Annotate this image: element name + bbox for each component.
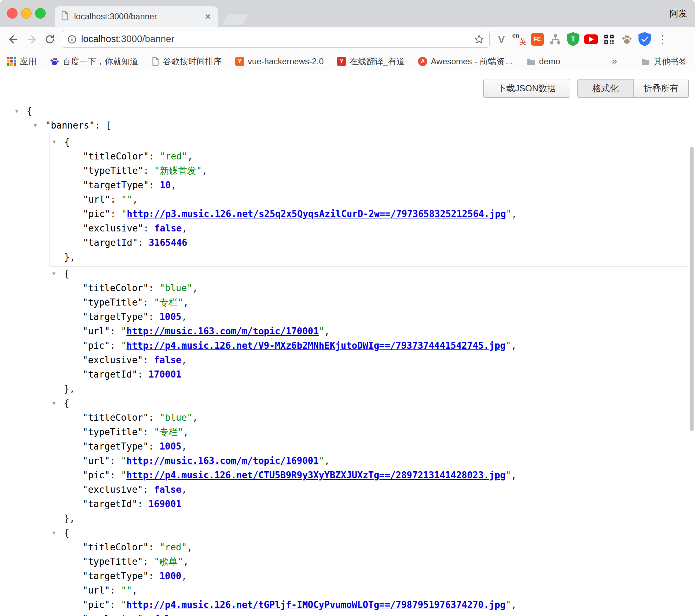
scrollbar-thumb[interactable]	[690, 147, 694, 431]
json-link-value[interactable]: http://p4.music.126.net/V9-MXz6b2MNhEKju…	[126, 340, 505, 351]
extension-orgchart-button[interactable]	[546, 30, 564, 48]
json-punctuation: :	[143, 165, 154, 176]
bookmark-apps[interactable]: 应用	[7, 56, 37, 67]
json-number-value: 1005	[159, 312, 181, 322]
json-punctuation: ,	[324, 326, 330, 336]
folder-icon	[527, 58, 536, 65]
browser-tab[interactable]: localhost:3000/banner ×	[55, 6, 218, 27]
extension-fe-button[interactable]: FE	[528, 30, 546, 48]
json-line: },	[0, 511, 695, 526]
bookmark-demo-folder[interactable]: demo	[527, 57, 560, 66]
url-path: :3000/banner	[119, 34, 174, 44]
json-punctuation: :	[148, 571, 159, 581]
collapse-toggle-icon[interactable]: ▼	[53, 135, 56, 149]
blue-shield-icon	[638, 32, 651, 46]
translate-icon: en 英	[512, 32, 527, 46]
close-window-button[interactable]	[7, 8, 18, 19]
bookmarks-overflow-chevron[interactable]: »	[612, 56, 617, 67]
collapse-toggle-icon[interactable]: ▼	[15, 104, 18, 118]
other-bookmarks-folder[interactable]: 其他书签	[641, 56, 687, 67]
json-link-value[interactable]: http://p4.music.126.net/CTU5B9R9y3XyYBZX…	[126, 470, 505, 480]
json-link-value[interactable]: http://p4.music.126.net/tGPljf-IMOCyPvum…	[126, 599, 505, 610]
json-link-value[interactable]: http://music.163.com/m/topic/169001	[126, 456, 319, 466]
browser-window: localhost:3000/banner × 阿发 localhost	[0, 0, 695, 616]
json-number-value: 1000	[159, 571, 181, 581]
collapse-all-button[interactable]: 折叠所有	[633, 79, 689, 98]
qr-code-icon	[603, 34, 615, 45]
json-key: "url"	[82, 456, 110, 466]
collapse-toggle-icon[interactable]: ▼	[52, 396, 55, 411]
json-punctuation: :	[110, 456, 121, 466]
bookmark-star-button[interactable]	[474, 34, 484, 45]
json-string-quote: "	[121, 456, 127, 466]
json-key: "typeTitle"	[82, 297, 143, 308]
json-line: "typeTitle": "专栏",	[0, 295, 695, 310]
json-line: },	[0, 382, 695, 396]
json-line: "url": "",	[0, 583, 695, 598]
download-json-button[interactable]: 下载JSON数据	[483, 79, 570, 98]
json-punctuation: :	[149, 151, 160, 162]
forward-button[interactable]	[22, 30, 41, 48]
json-line: "typeTitle": "歌单",	[0, 555, 695, 569]
json-punctuation: :	[110, 209, 121, 219]
json-line: ▼"banners": [	[0, 118, 695, 133]
json-punctuation: ,	[192, 283, 198, 293]
json-string-value: "歌单"	[154, 556, 183, 567]
json-line: ▼{	[50, 135, 688, 149]
back-button[interactable]	[4, 30, 22, 48]
json-link-value[interactable]: http://music.163.com/m/topic/170001	[126, 326, 319, 336]
format-button[interactable]: 格式化	[577, 79, 634, 98]
json-line: "typeTitle": "新碟首发",	[50, 164, 688, 178]
extension-youtube-button[interactable]	[582, 30, 600, 48]
browser-menu-button[interactable]: ⋮	[654, 30, 671, 48]
json-line: "pic": "http://p4.music.126.net/V9-MXz6b…	[0, 339, 695, 353]
extension-translate-button[interactable]: en 英	[510, 30, 528, 48]
bookmark-youdao[interactable]: Y 在线翻译_有道	[337, 56, 405, 67]
json-key: "banners"	[45, 120, 95, 131]
extension-qrcode-button[interactable]	[600, 30, 618, 48]
reload-icon	[44, 34, 55, 45]
bookmark-vue-hackernews[interactable]: Y vue-hackernews-2.0	[235, 57, 324, 66]
minimize-window-button[interactable]	[21, 8, 32, 19]
collapse-toggle-icon[interactable]: ▼	[52, 526, 55, 540]
collapse-toggle-icon[interactable]: ▼	[34, 118, 37, 133]
json-line: "targetId": 169001	[0, 497, 695, 511]
json-punctuation: {	[64, 398, 70, 408]
extension-green-shield-button[interactable]: T	[564, 30, 582, 48]
json-line: "typeTitle": "专栏",	[0, 425, 695, 439]
json-number-value: 10	[160, 180, 171, 190]
bookmark-google-sort[interactable]: 谷歌按时间排序	[152, 56, 222, 67]
extension-paw-button[interactable]	[618, 30, 636, 48]
json-punctuation: ,	[181, 312, 187, 322]
page-content: 下载JSON数据 格式化 折叠所有 ▼{▼"banners": [▼{"titl…	[0, 71, 695, 616]
baidu-paw-icon	[50, 57, 59, 66]
collapse-toggle-icon[interactable]: ▼	[52, 267, 55, 281]
extension-vimium-button[interactable]: V	[492, 30, 510, 48]
new-tab-button[interactable]	[222, 14, 249, 25]
org-chart-icon	[549, 33, 561, 45]
close-tab-icon[interactable]: ×	[203, 11, 212, 22]
reload-button[interactable]	[41, 30, 59, 48]
json-line: "titleColor": "red",	[0, 540, 695, 555]
json-line: ▼{	[0, 396, 695, 411]
json-link-value[interactable]: http://p3.music.126.net/s25q2x5QyqsAzilC…	[127, 209, 506, 219]
json-line: ▼{	[0, 104, 695, 118]
json-tree: ▼{▼"banners": [▼{"titleColor": "red","ty…	[0, 71, 695, 616]
json-key: "targetType"	[82, 312, 148, 322]
json-punctuation: ,	[183, 297, 189, 308]
bookmark-awesomes[interactable]: A Awesomes - 前端资…	[418, 56, 513, 67]
fe-icon: FE	[531, 33, 544, 46]
json-string-value: "专栏"	[154, 297, 183, 308]
json-boolean-value: false	[154, 355, 181, 365]
json-line: "titleColor": "red",	[50, 149, 688, 164]
json-key: "typeTitle"	[82, 556, 143, 567]
page-info-icon[interactable]	[67, 34, 77, 44]
folder-icon	[641, 58, 650, 65]
url-bar[interactable]: localhost:3000/banner	[62, 31, 490, 48]
json-line: ▼{	[0, 267, 695, 281]
json-line: "targetType": 10,	[50, 178, 688, 192]
extension-blue-shield-button[interactable]	[636, 30, 654, 48]
json-punctuation: ,	[511, 470, 517, 480]
bookmark-baidu[interactable]: 百度一下，你就知道	[50, 56, 138, 67]
fullscreen-window-button[interactable]	[35, 8, 46, 19]
